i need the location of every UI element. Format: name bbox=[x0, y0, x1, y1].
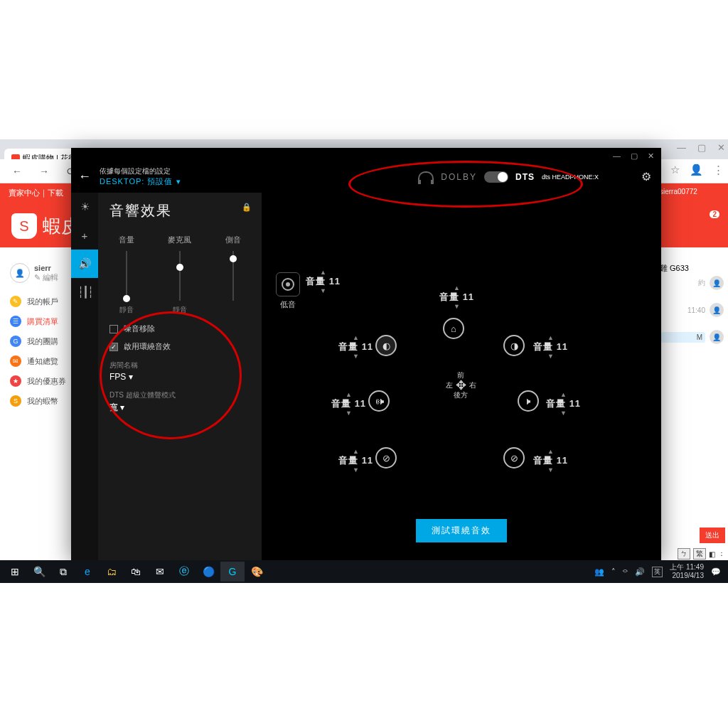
back-arrow-icon[interactable]: ← bbox=[77, 169, 92, 184]
search-icon[interactable]: 🔍 bbox=[27, 562, 51, 582]
avatar-icon: 👤 bbox=[10, 263, 30, 283]
sidebar-item[interactable]: S我的蝦幣 bbox=[10, 395, 73, 407]
vtab-audio-icon[interactable]: 🔊 bbox=[71, 250, 98, 278]
vertical-tabs: ☀ + 🔊 ┆┃┆ bbox=[71, 193, 98, 561]
sidebar-item[interactable]: ✎我的帳戶 bbox=[10, 296, 73, 307]
ghub-taskbar-icon[interactable]: G bbox=[220, 562, 245, 582]
bass-icon bbox=[276, 272, 300, 296]
shopee-logo-icon: S bbox=[11, 213, 37, 239]
enable-surround-checkbox[interactable]: ✓啟用環繞音效 bbox=[109, 341, 250, 352]
store-icon[interactable]: 🛍 bbox=[124, 562, 148, 582]
acoustics-panel: 音響效果 🔒 音量靜音麥克風靜音側音 噪音移除 ✓啟用環繞音效 房間名稱 FPS… bbox=[98, 193, 262, 561]
profile-selector[interactable]: DESKTOP: 預設值 ▾ bbox=[100, 176, 181, 187]
move-arrows-icon: ✥ bbox=[456, 380, 466, 390]
dts-mode-label: DTS 超級立體聲模式 bbox=[109, 390, 250, 400]
room-label: 房間名稱 bbox=[109, 360, 250, 370]
speaker-fl-icon[interactable]: ◐ bbox=[375, 335, 397, 356]
speaker-rr-icon[interactable]: ⊘ bbox=[503, 447, 525, 469]
test-surround-button[interactable]: 測試環繞音效 bbox=[416, 519, 507, 542]
chrome-icon[interactable]: 🔵 bbox=[196, 562, 220, 582]
surround-stage: 低音 ▲音量 11▼ ▲音量 11▼ ⌂ ▲音量 11▼ ◐ ◑ ▲音量 11▼… bbox=[262, 193, 661, 561]
nav-forward-icon[interactable]: → bbox=[34, 166, 54, 177]
chat-column: 約👤 11:40👤 M👤 bbox=[661, 263, 724, 357]
explorer-icon[interactable]: 🗂 bbox=[100, 562, 124, 582]
lock-icon[interactable]: 🔒 bbox=[242, 203, 252, 212]
toggle-switch[interactable] bbox=[484, 171, 508, 183]
vtab-add[interactable]: + bbox=[71, 221, 98, 250]
start-button[interactable]: ⊞ bbox=[3, 562, 27, 582]
ime-bar[interactable]: ㄅ繁◧： bbox=[678, 547, 725, 560]
surround-mode-toggle[interactable]: DOLBY DTS dts HEADPHONE:X bbox=[418, 171, 599, 183]
user-block[interactable]: 👤 sierr ✎ 編輯 bbox=[10, 263, 73, 283]
system-tray[interactable]: 👥 ˄ ⌔ 🔊 英 上午 11:492019/4/13 💬 bbox=[594, 563, 725, 580]
vtab-equalizer-icon[interactable]: ┆┃┆ bbox=[71, 278, 98, 306]
panel-title: 音響效果 bbox=[109, 201, 250, 220]
mail-icon[interactable]: ✉ bbox=[148, 562, 172, 582]
volume-slider[interactable]: 音量靜音 bbox=[109, 235, 143, 315]
speaker-rl-icon[interactable]: ⊘ bbox=[375, 447, 397, 469]
volume-slider[interactable]: 側音 bbox=[217, 235, 250, 315]
people-icon[interactable]: 👥 bbox=[594, 567, 604, 577]
dts-logo-icon: dts HEADPHONE:X bbox=[542, 173, 599, 181]
sidebar-item[interactable]: ★我的優惠券 bbox=[10, 375, 73, 387]
listener-position[interactable]: 前 左✥右 後方 bbox=[439, 370, 482, 400]
ghub-titlebar: — ▢ ✕ bbox=[71, 148, 661, 164]
paint-icon[interactable]: 🎨 bbox=[245, 562, 269, 582]
task-view-icon[interactable]: ⧉ bbox=[51, 562, 75, 582]
sidebar-item[interactable]: ☰購買清單 bbox=[10, 316, 73, 327]
speaker-center-icon[interactable]: ⌂ bbox=[443, 318, 464, 339]
ie-icon[interactable]: ⓔ bbox=[172, 562, 196, 582]
wifi-icon[interactable]: ⌔ bbox=[623, 567, 628, 576]
browser-extensions[interactable]: ☆👤⋮ bbox=[670, 164, 724, 176]
vtab-brightness-icon[interactable]: ☀ bbox=[71, 193, 98, 221]
volume-slider[interactable]: 麥克風靜音 bbox=[163, 235, 196, 315]
headphone-icon bbox=[418, 171, 434, 183]
bass-control[interactable]: 低音 bbox=[276, 272, 300, 310]
volume-tray-icon[interactable]: 🔊 bbox=[635, 567, 645, 577]
windows-taskbar[interactable]: ⊞ 🔍 ⧉ e 🗂 🛍 ✉ ⓔ 🔵 G 🎨 👥 ˄ ⌔ 🔊 英 上午 11:49… bbox=[0, 560, 728, 583]
room-select[interactable]: FPS ▾ bbox=[109, 372, 250, 382]
settings-gear-icon[interactable]: ⚙ bbox=[641, 170, 651, 183]
noise-removal-checkbox[interactable]: 噪音移除 bbox=[109, 323, 250, 334]
sidebar-item[interactable]: ✉通知總覽 bbox=[10, 355, 73, 367]
speaker-sr-icon[interactable]: 🕨 bbox=[518, 390, 539, 412]
taskbar-clock[interactable]: 上午 11:492019/4/13 bbox=[670, 563, 704, 580]
speaker-fr-icon[interactable]: ◑ bbox=[503, 335, 525, 356]
edge-icon[interactable]: e bbox=[75, 562, 100, 582]
tray-up-icon[interactable]: ˄ bbox=[611, 567, 616, 577]
bass-volume[interactable]: ▲音量 11▼ bbox=[306, 269, 341, 294]
options-group: 噪音移除 ✓啟用環繞音效 房間名稱 FPS ▾ DTS 超級立體聲模式 寬 ▾ bbox=[109, 323, 250, 414]
chat-avatar-icon: 👤 bbox=[710, 276, 724, 290]
speaker-sl-icon[interactable]: 🕪 bbox=[368, 390, 390, 412]
sidebar-item[interactable]: G我的團購 bbox=[10, 336, 73, 347]
notifications-icon[interactable]: 💬 bbox=[711, 567, 721, 577]
profile-label: 依據每個設定檔的設定 bbox=[100, 166, 181, 176]
send-button[interactable]: 送出 bbox=[700, 528, 725, 543]
cart-badge: 2 bbox=[708, 209, 721, 220]
maximize-button[interactable]: ▢ bbox=[631, 151, 638, 161]
nav-back-icon[interactable]: ← bbox=[7, 166, 27, 177]
ghub-window: — ▢ ✕ ← 依據每個設定檔的設定 DESKTOP: 預設值 ▾ DOLBY … bbox=[71, 148, 661, 560]
minimize-button[interactable]: — bbox=[613, 151, 621, 160]
close-button[interactable]: ✕ bbox=[648, 151, 654, 161]
browser-window-controls[interactable]: —▢✕ bbox=[677, 142, 725, 153]
shopee-user-nav: 👤 sierr ✎ 編輯 ✎我的帳戶☰購買清單G我的團購✉通知總覽★我的優惠券S… bbox=[10, 263, 73, 415]
dts-mode-select[interactable]: 寬 ▾ bbox=[109, 402, 250, 414]
